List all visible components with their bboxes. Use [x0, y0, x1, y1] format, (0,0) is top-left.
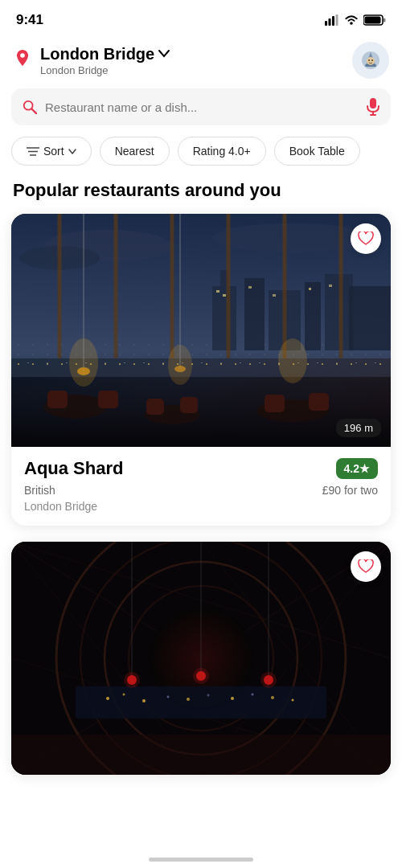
svg-rect-7	[384, 18, 386, 23]
svg-point-4	[350, 22, 353, 25]
location-subtitle: London Bridge	[40, 64, 170, 76]
status-time: 9:41	[16, 12, 43, 28]
wifi-icon	[344, 14, 359, 26]
location-text[interactable]: London Bridge London Bridge	[40, 45, 170, 76]
svg-point-81	[187, 698, 190, 701]
filter-rating[interactable]: Rating 4.0+	[178, 137, 266, 166]
header: London Bridge London Bridge	[0, 35, 402, 88]
location-tag-aqua-shard: London Bridge	[24, 500, 378, 513]
svg-rect-38	[309, 288, 311, 290]
card-image-second	[11, 542, 391, 775]
svg-point-89	[124, 672, 140, 688]
svg-point-62	[174, 366, 186, 372]
restaurant-name-aqua-shard: Aqua Shard	[24, 458, 123, 479]
svg-rect-0	[325, 21, 327, 26]
svg-rect-52	[146, 399, 164, 415]
svg-point-12	[367, 57, 375, 65]
svg-rect-50	[47, 391, 68, 408]
svg-point-83	[231, 697, 234, 700]
svg-rect-35	[223, 294, 226, 297]
svg-rect-36	[248, 286, 252, 289]
svg-point-82	[207, 694, 210, 697]
battery-icon	[363, 14, 386, 26]
status-bar: 9:41	[0, 0, 402, 35]
chevron-down-icon	[158, 50, 170, 58]
svg-rect-51	[98, 391, 118, 408]
svg-point-14	[371, 59, 373, 61]
search-input[interactable]	[45, 100, 359, 114]
svg-rect-53	[180, 397, 198, 413]
svg-rect-37	[273, 294, 276, 297]
sort-icon	[27, 146, 39, 157]
filter-book-table[interactable]: Book Table	[274, 137, 360, 166]
card-body-aqua-shard: Aqua Shard 4.2★ British £90 for two Lond…	[11, 447, 391, 526]
status-icons	[325, 14, 386, 26]
svg-rect-33	[349, 286, 391, 350]
restaurant-card-second[interactable]	[11, 542, 391, 775]
card-image-aqua-shard: 196 m	[11, 214, 391, 447]
price-info-aqua-shard: £90 for two	[322, 484, 378, 497]
filter-sort[interactable]: Sort	[11, 137, 92, 166]
svg-point-86	[292, 699, 294, 702]
filter-nearest[interactable]: Nearest	[100, 137, 170, 166]
cuisine-tag-aqua-shard: British	[24, 484, 55, 497]
aqua-shard-image	[11, 214, 391, 447]
svg-point-58	[278, 338, 307, 383]
card-top-row: Aqua Shard 4.2★	[24, 458, 378, 479]
svg-rect-76	[76, 686, 326, 719]
svg-rect-2	[332, 16, 334, 26]
svg-point-77	[106, 697, 109, 700]
home-indicator	[149, 858, 253, 862]
svg-point-8	[20, 53, 25, 58]
search-container	[0, 88, 402, 137]
sort-chevron-icon	[68, 149, 76, 154]
svg-rect-29	[244, 278, 265, 350]
svg-point-80	[167, 696, 170, 698]
rating-badge-aqua-shard: 4.2★	[336, 458, 378, 479]
svg-point-60	[77, 367, 90, 375]
svg-point-25	[212, 223, 373, 252]
filter-row: Sort Nearest Rating 4.0+ Book Table	[0, 137, 402, 180]
distance-badge-aqua-shard: 196 m	[336, 419, 381, 437]
signal-icon	[325, 14, 339, 26]
section-title: Popular restaurants around you	[0, 180, 402, 214]
svg-point-92	[193, 668, 209, 684]
restaurant-card-aqua-shard[interactable]: 196 m Aqua Shard 4.2★ British £90 for tw…	[11, 214, 391, 526]
svg-point-84	[252, 694, 254, 696]
svg-rect-31	[305, 282, 321, 350]
location-pin-icon	[13, 51, 32, 70]
svg-point-95	[260, 672, 277, 688]
mic-icon[interactable]	[367, 98, 379, 116]
svg-rect-17	[370, 98, 376, 108]
location-title[interactable]: London Bridge	[40, 45, 170, 63]
svg-point-78	[123, 694, 125, 696]
heart-icon	[358, 559, 374, 574]
wizard-hat-icon	[359, 49, 382, 72]
search-icon	[23, 100, 37, 114]
svg-point-85	[271, 696, 274, 699]
svg-rect-6	[365, 17, 381, 24]
svg-rect-34	[216, 290, 219, 293]
svg-rect-3	[336, 14, 338, 26]
heart-button-second[interactable]	[351, 551, 381, 582]
svg-line-16	[32, 109, 36, 113]
svg-rect-96	[11, 735, 391, 775]
svg-rect-39	[329, 285, 332, 287]
heart-icon	[358, 231, 374, 246]
header-left[interactable]: London Bridge London Bridge	[13, 45, 170, 76]
card-meta-row: British £90 for two	[24, 484, 378, 497]
heart-button-aqua-shard[interactable]	[351, 223, 381, 254]
svg-rect-54	[265, 395, 285, 412]
svg-rect-1	[329, 18, 331, 26]
avatar-button[interactable]	[352, 42, 389, 79]
bar-scene	[11, 542, 391, 775]
svg-rect-55	[309, 393, 329, 411]
svg-point-79	[142, 699, 146, 702]
search-box[interactable]	[11, 88, 391, 125]
svg-point-13	[368, 59, 370, 61]
